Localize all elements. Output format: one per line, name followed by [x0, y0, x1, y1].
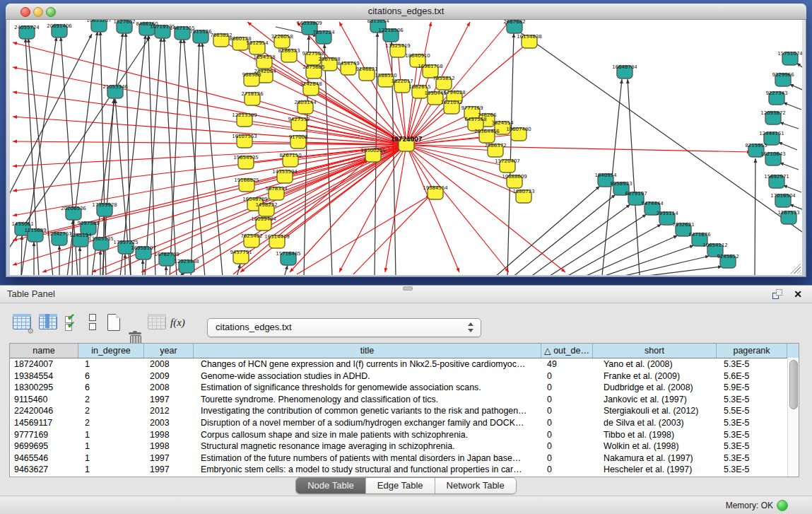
column-header-pagerank[interactable]: pagerank: [717, 344, 787, 358]
graph-node[interactable]: 1621072: [440, 100, 462, 114]
graph-node[interactable]: 16107553: [232, 134, 257, 148]
graph-node[interactable]: 20691406: [47, 23, 72, 37]
table-row[interactable]: 977716911998Corpus callosum shape and si…: [10, 429, 799, 441]
graph-node[interactable]: 1115689: [24, 228, 46, 242]
graph-node-label: 10654112: [702, 243, 728, 248]
graph-node[interactable]: 5678334: [265, 186, 288, 200]
graph-node[interactable]: 2718126: [241, 91, 264, 105]
table-row[interactable]: 969969511998Structural magnetic resonanc…: [10, 440, 799, 452]
graph-node[interactable]: 10688609: [502, 174, 527, 188]
graph-node-label: 10607480: [506, 127, 531, 132]
float-panel-icon[interactable]: [772, 289, 782, 299]
table-row[interactable]: 946362711997Embryonic stem cells: a mode…: [10, 464, 799, 476]
table-row[interactable]: 946554611997Estimation of the future num…: [10, 452, 799, 465]
graph-node[interactable]: 8267150: [279, 153, 301, 167]
table-row[interactable]: 1938455462009Genome-wide association stu…: [10, 370, 799, 382]
column-header-year[interactable]: year: [144, 344, 194, 358]
graph-node[interactable]: 988988: [242, 72, 261, 86]
table-select-dropdown[interactable]: citations_edges.txt: [207, 318, 481, 337]
cell-short: Nakamura et al. (1997): [593, 452, 717, 465]
select-all-rows-icon[interactable]: ✔ ✔: [65, 314, 78, 331]
column-header-in_degree[interactable]: in_degree: [78, 344, 144, 358]
graph-node[interactable]: 7857224: [312, 30, 335, 44]
memory-ok-indicator-icon[interactable]: [777, 500, 788, 511]
graph-node[interactable]: 3242848: [300, 81, 322, 95]
graph-node[interactable]: 16648784: [612, 64, 637, 78]
graph-node[interactable]: 16958107: [131, 245, 156, 259]
graph-node-label: 16210643: [760, 151, 786, 157]
window-titlebar[interactable]: citations_edges.txt: [6, 4, 806, 20]
table-row[interactable]: 1872400712008Changes of HCN gene express…: [10, 358, 799, 370]
graph-edge: [507, 33, 514, 275]
graph-node[interactable]: 2687682: [503, 20, 525, 33]
tab-edge-table[interactable]: Edge Table: [366, 478, 435, 493]
table-settings-icon[interactable]: ⚙: [13, 314, 31, 333]
graph-node[interactable]: 1527602: [113, 20, 135, 33]
graph-node[interactable]: 2803144: [294, 100, 317, 114]
graph-node[interactable]: 1498222: [255, 202, 277, 216]
graph-node[interactable]: 1880723: [512, 189, 534, 203]
column-header-title[interactable]: title: [194, 344, 541, 358]
table-row[interactable]: 911546021997Tourette syndrome. Phenomeno…: [10, 394, 799, 406]
close-panel-icon[interactable]: ✕: [794, 288, 802, 300]
graph-node[interactable]: 16154838: [517, 34, 542, 48]
graph-node[interactable]: 9427552: [288, 117, 310, 131]
graph-node[interactable]: 17359928: [92, 202, 117, 216]
graph-node-label: 12093872: [760, 110, 786, 116]
table-row[interactable]: 1456911722003Disruption of a novel membe…: [10, 417, 799, 429]
network-graph[interactable]: 2405572420691406106552571527602846616010…: [10, 20, 802, 275]
function-builder-icon[interactable]: f(x): [170, 314, 185, 333]
cell-short: Hescheler et al. (1997): [593, 464, 717, 476]
graph-node[interactable]: 10655257: [86, 20, 112, 32]
graph-node[interactable]: 9227343: [765, 90, 787, 105]
graph-node[interactable]: 5912954: [246, 40, 269, 54]
graph-node[interactable]: 20364456: [474, 129, 500, 143]
table-row[interactable]: 1830029562008Estimation of significance …: [10, 382, 799, 394]
row-selector-icon[interactable]: [89, 314, 96, 331]
graph-node[interactable]: 12923448: [174, 259, 199, 273]
graph-node[interactable]: 1167533: [777, 210, 799, 224]
graph-node[interactable]: 9329966: [772, 72, 794, 86]
column-header-short[interactable]: short: [593, 344, 717, 358]
graph-node[interactable]: 3226058: [271, 34, 293, 48]
edit-columns-icon[interactable]: [39, 314, 57, 333]
graph-node[interactable]: 24055724: [14, 25, 40, 39]
vertical-scrollbar[interactable]: [787, 358, 799, 477]
column-header-out_degree[interactable]: △ out_de…: [541, 344, 593, 358]
graph-node[interactable]: 16314479: [264, 234, 290, 248]
graph-node[interactable]: 15751074: [777, 51, 802, 65]
graph-node[interactable]: 12093872: [760, 110, 786, 124]
import-table-icon[interactable]: [148, 314, 166, 333]
graph-node[interactable]: 1654338: [253, 54, 275, 69]
graph-node[interactable]: 9245652: [717, 254, 739, 268]
cell-year: 2008: [144, 358, 194, 370]
graph-node[interactable]: 21053346: [102, 84, 128, 98]
tab-node-table[interactable]: Node Table: [296, 478, 366, 493]
graph-node[interactable]: 12218506: [378, 28, 404, 42]
panel-drag-handle[interactable]: [403, 286, 413, 291]
network-canvas[interactable]: 2405572420691406106552571527602846616010…: [10, 20, 802, 275]
tab-network-table[interactable]: Network Table: [435, 478, 516, 493]
graph-node[interactable]: 20206536: [61, 206, 86, 220]
graph-node[interactable]: 10607480: [506, 127, 531, 141]
graph-node[interactable]: 917008: [289, 134, 308, 148]
scrollbar-thumb[interactable]: [789, 360, 798, 409]
graph-node[interactable]: 7955812: [433, 76, 454, 90]
graph-node[interactable]: 2675685: [302, 64, 324, 78]
graph-node[interactable]: 7515526: [189, 29, 212, 43]
graph-node[interactable]: 15720407: [495, 158, 520, 173]
column-header-name[interactable]: name: [10, 344, 78, 358]
cell-out_degree: 0: [541, 440, 593, 452]
graph-node[interactable]: 7625402: [240, 233, 262, 247]
cell-pagerank: 5.5E-5: [717, 405, 787, 417]
graph-node[interactable]: 8186323: [278, 48, 300, 62]
new-table-icon[interactable]: [107, 314, 120, 333]
table-row[interactable]: 2242004622012Investigating the contribut…: [10, 405, 799, 417]
cell-short: Wolkin et al. (1998): [593, 440, 717, 452]
graph-node[interactable]: 15716485: [276, 251, 301, 265]
graph-node[interactable]: 12342757: [47, 231, 72, 245]
graph-node[interactable]: 9457791: [230, 250, 252, 264]
graph-node[interactable]: 13505135: [88, 236, 114, 250]
cell-in_degree: 2: [78, 394, 144, 406]
graph-node[interactable]: 7986372: [484, 143, 506, 157]
